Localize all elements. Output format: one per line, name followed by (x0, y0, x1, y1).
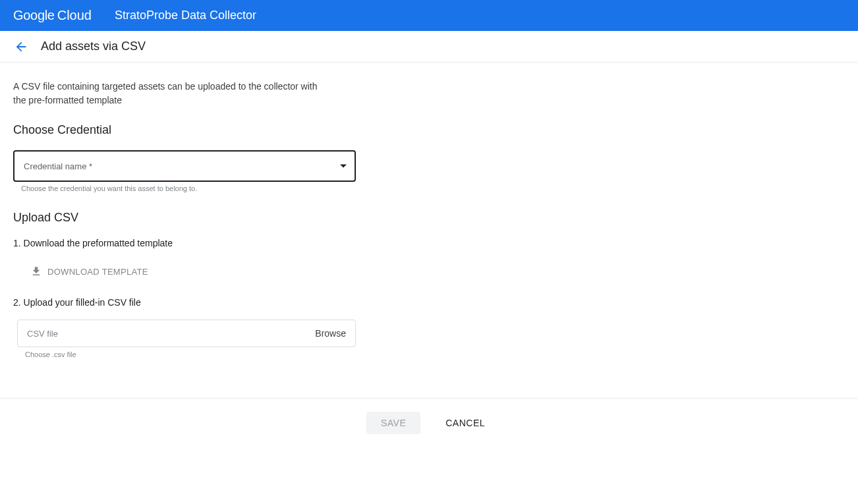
csv-file-helper: Choose .csv file (25, 350, 356, 358)
logo-cloud-text: Cloud (57, 8, 92, 23)
credential-select[interactable]: Credential name * (13, 150, 356, 182)
upload-step-2: 2. Upload your filled-in CSV file (13, 297, 356, 308)
arrow-left-icon (14, 40, 28, 54)
credential-heading: Choose Credential (13, 123, 356, 137)
csv-file-wrapper: CSV file Browse Choose .csv file (17, 320, 356, 358)
upload-step-1: 1. Download the preformatted template (13, 238, 356, 248)
app-title: StratoProbe Data Collector (115, 9, 256, 22)
logo-google-text: Google (13, 8, 55, 23)
back-arrow-button[interactable] (13, 39, 29, 55)
logo[interactable]: Google Cloud (13, 8, 92, 23)
upload-heading: Upload CSV (13, 211, 356, 225)
download-template-button[interactable]: DOWNLOAD TEMPLATE (22, 260, 156, 283)
caret-down-icon (340, 165, 347, 168)
download-template-label: DOWNLOAD TEMPLATE (47, 267, 148, 277)
csv-file-input[interactable]: CSV file Browse (17, 320, 356, 347)
credential-select-wrapper: Credential name * (13, 150, 356, 182)
credential-helper-text: Choose the credential you want this asse… (21, 184, 356, 192)
top-bar: Google Cloud StratoProbe Data Collector (0, 0, 858, 31)
credential-select-label: Credential name * (24, 161, 92, 171)
cancel-button[interactable]: CANCEL (439, 412, 492, 434)
footer-actions: SAVE CANCEL (0, 399, 858, 447)
page-header: Add assets via CSV (0, 31, 858, 63)
page-title: Add assets via CSV (41, 40, 146, 53)
main-content: A CSV file containing targeted assets ca… (0, 63, 369, 378)
browse-button[interactable]: Browse (315, 328, 346, 339)
page-description: A CSV file containing targeted assets ca… (13, 80, 329, 107)
csv-file-placeholder: CSV file (27, 329, 58, 339)
save-button[interactable]: SAVE (366, 412, 420, 434)
download-icon (30, 266, 42, 277)
